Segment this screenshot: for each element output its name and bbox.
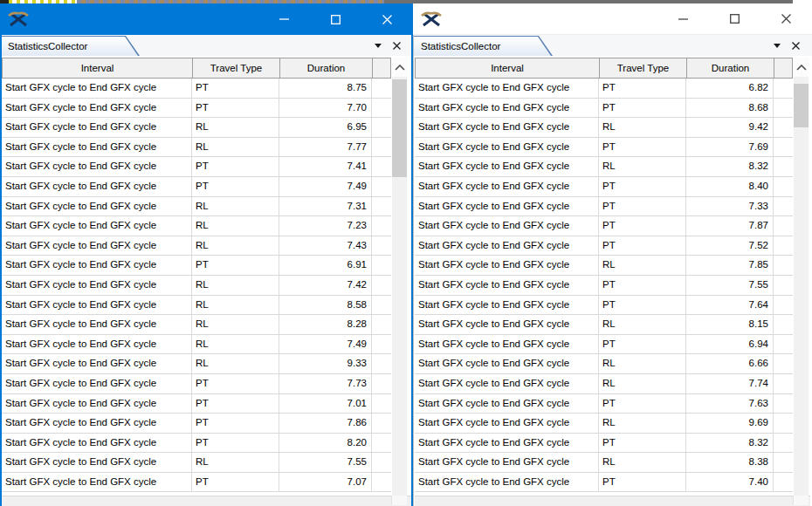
table-row[interactable]: Start GFX cycle to End GFX cycle PT 7.49 <box>2 177 391 197</box>
table-row[interactable]: Start GFX cycle to End GFX cycle RL 8.28 <box>2 315 391 335</box>
cell-filler <box>774 256 793 275</box>
cell-duration: 8.32 <box>686 434 774 453</box>
table-row[interactable]: Start GFX cycle to End GFX cycle RL 9.33 <box>2 354 391 374</box>
tab-bar: StatisticsCollector <box>413 35 812 56</box>
cell-interval: Start GFX cycle to End GFX cycle <box>2 118 192 137</box>
right-window: StatisticsCollector Interval Travel Type… <box>413 3 812 506</box>
cell-filler <box>372 315 391 334</box>
column-header-duration[interactable]: Duration <box>280 58 373 78</box>
table-row[interactable]: Start GFX cycle to End GFX cycle RL 9.42 <box>415 118 793 138</box>
tab-list-dropdown-button[interactable] <box>373 40 383 51</box>
titlebar[interactable] <box>0 3 413 35</box>
cell-interval: Start GFX cycle to End GFX cycle <box>415 434 599 453</box>
table-row[interactable]: Start GFX cycle to End GFX cycle PT 7.86 <box>2 414 391 434</box>
table-row[interactable]: Start GFX cycle to End GFX cycle PT 7.07 <box>2 473 391 493</box>
cell-travel-type: RL <box>192 335 279 354</box>
table-row[interactable]: Start GFX cycle to End GFX cycle PT 8.32 <box>415 434 793 454</box>
table-row[interactable]: Start GFX cycle to End GFX cycle PT 7.73 <box>2 374 391 394</box>
tab-close-button[interactable] <box>789 39 802 51</box>
table-row[interactable]: Start GFX cycle to End GFX cycle RL 8.58 <box>2 296 391 316</box>
table-row[interactable]: Start GFX cycle to End GFX cycle PT 7.70 <box>2 99 391 119</box>
maximize-button[interactable] <box>310 3 361 35</box>
table-row[interactable]: Start GFX cycle to End GFX cycle RL 7.74 <box>415 374 793 394</box>
table-row[interactable]: Start GFX cycle to End GFX cycle PT 6.82 <box>415 79 793 99</box>
cell-duration: 8.58 <box>279 296 372 315</box>
table-row[interactable]: Start GFX cycle to End GFX cycle RL 7.31 <box>2 197 391 217</box>
table-row[interactable]: Start GFX cycle to End GFX cycle PT 7.55 <box>415 276 793 296</box>
cell-travel-type: PT <box>192 394 279 414</box>
titlebar[interactable] <box>413 3 812 35</box>
cell-interval: Start GFX cycle to End GFX cycle <box>415 236 599 256</box>
cell-interval: Start GFX cycle to End GFX cycle <box>2 138 192 157</box>
horizontal-scrollbar[interactable] <box>415 496 810 506</box>
table-row[interactable]: Start GFX cycle to End GFX cycle RL 6.66 <box>415 354 793 374</box>
cell-interval: Start GFX cycle to End GFX cycle <box>415 374 599 393</box>
cell-filler <box>372 157 391 176</box>
cell-interval: Start GFX cycle to End GFX cycle <box>2 394 192 414</box>
cell-filler <box>774 118 793 137</box>
column-header-interval[interactable]: Interval <box>416 58 600 78</box>
table-row[interactable]: Start GFX cycle to End GFX cycle PT 8.20 <box>2 434 391 454</box>
cell-duration: 7.43 <box>279 236 372 256</box>
table-row[interactable]: Start GFX cycle to End GFX cycle PT 7.40 <box>415 473 793 493</box>
table-row[interactable]: Start GFX cycle to End GFX cycle PT 7.87 <box>415 216 793 236</box>
table-row[interactable]: Start GFX cycle to End GFX cycle RL 8.38 <box>415 453 793 473</box>
scroll-up-button[interactable] <box>392 58 407 77</box>
table-row[interactable]: Start GFX cycle to End GFX cycle RL 7.85 <box>415 256 793 276</box>
table-row[interactable]: Start GFX cycle to End GFX cycle PT 7.52 <box>415 236 793 256</box>
table-row[interactable]: Start GFX cycle to End GFX cycle RL 7.43 <box>2 236 391 256</box>
table-row[interactable]: Start GFX cycle to End GFX cycle PT 8.68 <box>415 99 793 119</box>
column-header-interval[interactable]: Interval <box>3 58 193 78</box>
cell-travel-type: RL <box>192 216 279 236</box>
cell-interval: Start GFX cycle to End GFX cycle <box>415 197 599 216</box>
tab-statisticscollector[interactable]: StatisticsCollector <box>413 36 553 56</box>
table-row[interactable]: Start GFX cycle to End GFX cycle RL 7.49 <box>2 335 391 355</box>
chevron-up-icon <box>395 65 405 71</box>
cell-filler <box>372 118 391 137</box>
table-row[interactable]: Start GFX cycle to End GFX cycle RL 7.23 <box>2 216 391 236</box>
cell-travel-type: PT <box>192 374 279 393</box>
cell-travel-type: RL <box>192 453 279 472</box>
table-row[interactable]: Start GFX cycle to End GFX cycle RL 8.32 <box>415 157 793 177</box>
minimize-button[interactable] <box>258 3 310 35</box>
table-row[interactable]: Start GFX cycle to End GFX cycle PT 7.33 <box>415 197 793 217</box>
close-button[interactable] <box>760 3 812 34</box>
cell-travel-type: PT <box>599 276 686 295</box>
tab-close-button[interactable] <box>390 39 403 51</box>
table-row[interactable]: Start GFX cycle to End GFX cycle PT 6.91 <box>2 256 391 276</box>
horizontal-scrollbar[interactable] <box>2 496 411 506</box>
cell-interval: Start GFX cycle to End GFX cycle <box>2 157 192 176</box>
table-row[interactable]: Start GFX cycle to End GFX cycle RL 7.77 <box>2 138 391 158</box>
scroll-up-button[interactable] <box>794 58 809 77</box>
table-row[interactable]: Start GFX cycle to End GFX cycle RL 7.42 <box>2 276 391 296</box>
table-row[interactable]: Start GFX cycle to End GFX cycle RL 7.55 <box>2 453 391 473</box>
minimize-button[interactable] <box>657 3 709 34</box>
scrollbar-thumb[interactable] <box>392 79 407 177</box>
table-row[interactable]: Start GFX cycle to End GFX cycle PT 7.01 <box>2 394 391 414</box>
table-row[interactable]: Start GFX cycle to End GFX cycle PT 7.41 <box>2 157 391 177</box>
cell-duration: 8.32 <box>686 157 774 176</box>
table-row[interactable]: Start GFX cycle to End GFX cycle PT 8.40 <box>415 177 793 197</box>
vertical-scrollbar[interactable] <box>392 58 407 496</box>
vertical-scrollbar[interactable] <box>794 58 809 496</box>
tab-label: StatisticsCollector <box>1 37 139 56</box>
table-row[interactable]: Start GFX cycle to End GFX cycle RL 9.69 <box>415 414 793 434</box>
close-icon <box>393 42 401 50</box>
tab-statisticscollector[interactable]: StatisticsCollector <box>0 36 140 56</box>
cell-travel-type: PT <box>599 138 686 157</box>
maximize-button[interactable] <box>709 3 760 34</box>
table-row[interactable]: Start GFX cycle to End GFX cycle RL 8.15 <box>415 315 793 335</box>
column-header-travel-type[interactable]: Travel Type <box>193 58 280 78</box>
close-button[interactable] <box>361 3 413 35</box>
column-header-duration[interactable]: Duration <box>687 58 774 78</box>
table-row[interactable]: Start GFX cycle to End GFX cycle PT 7.63 <box>415 394 793 414</box>
cell-duration: 8.20 <box>279 434 372 453</box>
column-header-travel-type[interactable]: Travel Type <box>600 58 687 78</box>
table-row[interactable]: Start GFX cycle to End GFX cycle PT 7.69 <box>415 138 793 158</box>
scrollbar-thumb[interactable] <box>794 84 809 127</box>
tab-list-dropdown-button[interactable] <box>772 40 782 51</box>
table-row[interactable]: Start GFX cycle to End GFX cycle RL 6.95 <box>2 118 391 138</box>
table-row[interactable]: Start GFX cycle to End GFX cycle PT 7.64 <box>415 296 793 316</box>
table-row[interactable]: Start GFX cycle to End GFX cycle PT 8.75 <box>2 79 391 99</box>
table-row[interactable]: Start GFX cycle to End GFX cycle PT 6.94 <box>415 335 793 355</box>
